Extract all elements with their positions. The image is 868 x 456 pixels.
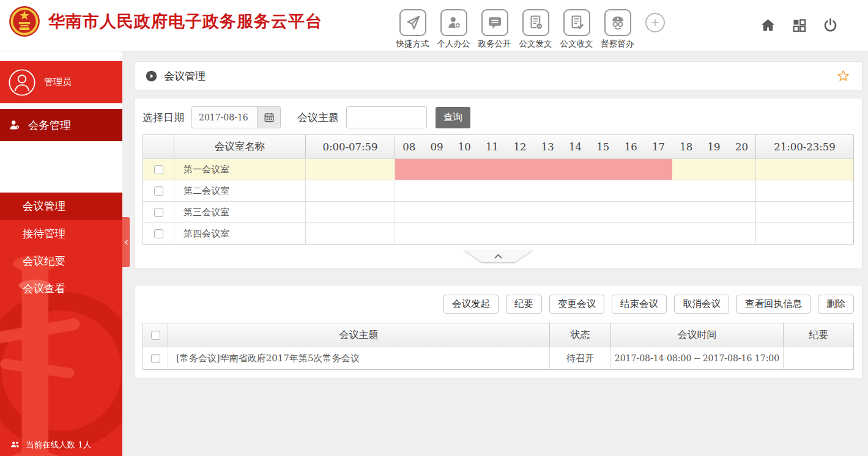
top-nav: 快捷方式 个人办公 政务公开 公文发文 — [392, 9, 665, 50]
filter-bar: 选择日期 会议主题 查询 — [143, 105, 854, 130]
late-hours-header: 21:00-23:59 — [755, 135, 853, 158]
sidebar-item-meeting-minutes[interactable]: 会议纪要 — [0, 248, 122, 275]
busy-meeting-bar[interactable] — [395, 159, 672, 180]
hour-label: 17 — [645, 141, 672, 153]
nav-item-gov-affairs[interactable]: 政务公开 — [474, 9, 515, 50]
meetings-panel: 会议发起 纪要 变更会议 结束会议 取消会议 查看回执信息 删除 会议主题 状态… — [134, 285, 862, 379]
collapse-panel-button[interactable] — [464, 250, 533, 262]
room-checkbox[interactable] — [154, 229, 163, 238]
schedule-hours-cell[interactable] — [395, 159, 755, 180]
send-icon — [399, 9, 426, 36]
schedule-panel: 选择日期 会议主题 查询 会议室名称 0:00-07:59 08 — [134, 98, 862, 268]
nav-item-doc-receive[interactable]: 公文收文 — [556, 9, 597, 50]
view-receipt-button[interactable]: 查看回执信息 — [736, 295, 811, 314]
sidebar-item-meeting-view[interactable]: 会议查看 — [0, 275, 122, 303]
user-icon — [8, 119, 21, 132]
page-title: 会议管理 — [164, 69, 836, 83]
schedule-early-cell[interactable] — [305, 180, 395, 201]
meeting-minutes-cell — [783, 347, 853, 369]
apps-grid-icon[interactable] — [791, 17, 807, 34]
national-emblem-logo — [9, 6, 40, 37]
sidebar-menu: 会议管理 接待管理 会议纪要 会议查看 — [0, 193, 122, 456]
schedule-late-cell[interactable] — [755, 159, 853, 180]
meetings-table-header: 会议主题 状态 会议时间 纪要 — [143, 323, 853, 347]
nav-item-personal-office[interactable]: 个人办公 — [433, 9, 474, 50]
home-icon[interactable] — [760, 17, 776, 34]
sidebar-item-reception-management[interactable]: 接待管理 — [0, 220, 122, 248]
hour-label: 20 — [728, 141, 755, 153]
delete-button[interactable]: 删除 — [818, 295, 854, 314]
subject-input[interactable] — [346, 106, 427, 128]
subject-label: 会议主题 — [297, 111, 339, 125]
schedule-early-cell[interactable] — [305, 202, 395, 222]
schedule-hours-cell[interactable] — [395, 180, 755, 201]
minutes-button[interactable]: 纪要 — [506, 295, 542, 314]
nav-item-supervision[interactable]: 督察督办 — [597, 9, 638, 50]
sidebar-item-meeting-management[interactable]: 会议管理 — [0, 193, 122, 220]
hour-label: 14 — [562, 141, 589, 153]
date-input[interactable] — [192, 107, 257, 128]
top-right-icons — [760, 17, 839, 34]
meeting-checkbox[interactable] — [151, 354, 160, 363]
minutes-header: 纪要 — [783, 323, 853, 347]
calendar-button[interactable] — [257, 107, 280, 128]
nav-item-shortcuts[interactable]: 快捷方式 — [392, 9, 433, 50]
sidebar-group-conference-management[interactable]: 会务管理 — [0, 109, 122, 141]
subject-header: 会议主题 — [168, 323, 549, 347]
room-row: 第二会议室 — [143, 180, 853, 201]
collapse-wrap — [464, 250, 533, 262]
nav-item-doc-dispatch[interactable]: 公文发文 — [515, 9, 556, 50]
query-button[interactable]: 查询 — [436, 107, 470, 128]
time-header: 会议时间 — [610, 323, 783, 347]
schedule-late-cell[interactable] — [755, 223, 853, 244]
room-row: 第四会议室 — [143, 222, 853, 244]
sidebar-collapse-handle[interactable] — [122, 217, 130, 267]
room-name: 第二会议室 — [174, 180, 305, 201]
room-name: 第三会议室 — [174, 202, 305, 222]
doc-send-icon — [522, 9, 549, 36]
favorite-star-icon[interactable] — [836, 68, 851, 84]
room-checkbox[interactable] — [154, 165, 163, 174]
change-meeting-button[interactable]: 变更会议 — [549, 295, 604, 314]
nav-item-label: 督察督办 — [601, 39, 634, 50]
power-icon[interactable] — [822, 17, 839, 34]
sidebar: 管理员 会务管理 会议管理 接待管理 会议纪要 会议查看 — [0, 51, 122, 456]
hour-label: 13 — [534, 141, 562, 153]
hour-label: 15 — [589, 141, 617, 153]
schedule-early-cell[interactable] — [305, 159, 395, 180]
schedule-late-cell[interactable] — [755, 180, 853, 201]
rooms-table-header: 会议室名称 0:00-07:59 08 09 10 11 12 13 14 15… — [143, 135, 853, 158]
room-name: 第四会议室 — [174, 223, 305, 244]
end-meeting-button[interactable]: 结束会议 — [612, 295, 667, 314]
avatar — [8, 68, 36, 97]
online-count-label: 当前在线人数 1人 — [26, 439, 91, 450]
schedule-late-cell[interactable] — [755, 202, 853, 222]
user-name: 管理员 — [44, 76, 72, 88]
schedule-hours-cell[interactable] — [395, 223, 755, 244]
early-hours-header: 0:00-07:59 — [305, 135, 395, 158]
initiate-meeting-button[interactable]: 会议发起 — [443, 295, 499, 314]
cancel-meeting-button[interactable]: 取消会议 — [674, 295, 729, 314]
room-checkbox[interactable] — [154, 208, 163, 217]
room-row: 第三会议室 — [143, 201, 853, 222]
hour-label: 09 — [423, 141, 450, 153]
nav-item-label: 公文发文 — [519, 39, 552, 50]
select-all-checkbox[interactable] — [151, 331, 160, 340]
room-row: 第一会议室 — [143, 158, 853, 180]
room-name-header: 会议室名称 — [174, 135, 305, 158]
arrow-circle-icon — [146, 70, 157, 82]
hour-label: 12 — [506, 141, 533, 153]
meeting-time-cell: 2017-08-14 08:00 -- 2017-08-16 17:00 — [610, 347, 783, 369]
room-checkbox[interactable] — [154, 186, 163, 196]
add-shortcut-button[interactable] — [645, 13, 665, 32]
doc-check-icon — [563, 9, 590, 36]
police-icon — [604, 9, 631, 36]
meeting-subject-cell: [常务会议]华南省政府2017年第5次常务会议 — [168, 347, 549, 369]
hour-label: 10 — [451, 141, 478, 153]
schedule-hours-cell[interactable] — [395, 202, 755, 222]
meeting-status-cell: 待召开 — [549, 347, 610, 369]
hour-label: 08 — [395, 141, 423, 153]
nav-item-label: 公文收文 — [560, 39, 593, 50]
schedule-early-cell[interactable] — [305, 223, 395, 244]
nav-item-label: 个人办公 — [437, 39, 470, 50]
